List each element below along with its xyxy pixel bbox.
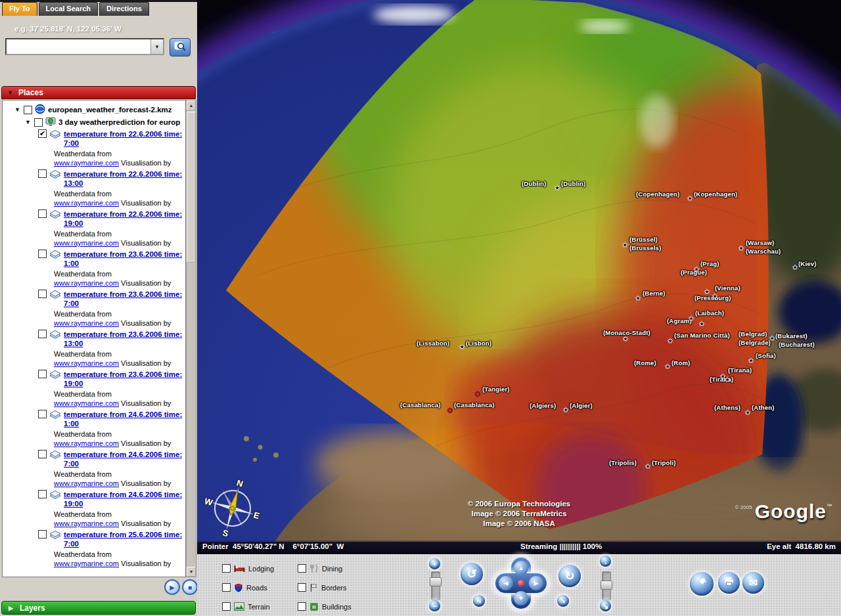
raymarine-link[interactable]: www.raymarine.com — [54, 359, 119, 367]
raymarine-link[interactable]: www.raymarine.com — [54, 199, 119, 207]
raymarine-link[interactable]: www.raymarine.com — [54, 279, 119, 287]
city-label[interactable]: (Lisbon) — [466, 340, 491, 347]
city-label[interactable]: (Brussels) — [629, 244, 661, 252]
place-item[interactable]: temperature from 23.6.2006 time: 1:00 — [5, 250, 185, 268]
raymarine-link[interactable]: www.raymarine.com — [54, 159, 119, 167]
layer-toggle-borders[interactable]: Borders — [298, 583, 383, 592]
layer-toggle-terrain[interactable]: Terrain — [222, 602, 298, 611]
collapse-triangle-icon[interactable]: ▼ — [7, 89, 13, 96]
city-label[interactable]: (Warsaw) — [746, 239, 774, 246]
place-link[interactable]: temperature from 22.6.2006 time: 7:00 — [64, 129, 185, 148]
expand-triangle-icon[interactable]: ▶ — [9, 605, 13, 611]
place-link[interactable]: temperature from 22.6.2006 time: 13:00 — [64, 169, 185, 188]
city-label[interactable]: (Casablanca) — [454, 401, 495, 408]
layer-checkbox[interactable] — [298, 564, 306, 573]
city-star-icon[interactable]: ★ — [725, 377, 730, 383]
places-panel-header[interactable]: ▼ Places — [1, 86, 196, 99]
rotate-ccw-button[interactable]: ↺ — [461, 563, 483, 585]
city-star-icon[interactable]: ★ — [739, 246, 744, 252]
tree-row-kmz-root[interactable]: ▼ european_weather_forecast-2.kmz — [5, 104, 185, 116]
place-item[interactable]: ✔temperature from 22.6.2006 time: 7:00 — [5, 129, 185, 148]
city-star-icon[interactable]: ★ — [704, 289, 710, 295]
raymarine-link[interactable]: www.raymarine.com — [54, 519, 119, 527]
city-star-icon[interactable]: ★ — [459, 344, 465, 350]
places-scrollbar[interactable]: ▲ ▼ — [186, 100, 196, 577]
city-star-icon[interactable]: ★ — [668, 338, 673, 344]
place-item[interactable]: temperature from 24.6.2006 time: 7:00 — [5, 450, 185, 468]
city-label[interactable]: (Bucharest) — [779, 341, 815, 348]
city-label[interactable]: (Brüssel) — [629, 236, 658, 243]
place-link[interactable]: temperature from 25.6.2006 time: 7:00 — [64, 530, 185, 548]
city-label[interactable]: (Bukarest) — [775, 332, 807, 340]
place-link[interactable]: temperature from 24.6.2006 time: 19:00 — [64, 490, 185, 508]
city-label[interactable]: (Warschau) — [746, 248, 781, 255]
scroll-down-icon[interactable]: ▼ — [187, 567, 196, 577]
city-star-icon[interactable]: ★ — [687, 196, 693, 202]
place-item[interactable]: temperature from 24.6.2006 time: 19:00 — [5, 490, 185, 508]
layer-checkbox[interactable] — [298, 583, 306, 592]
city-dot-icon[interactable] — [475, 391, 480, 397]
place-checkbox[interactable] — [38, 530, 47, 539]
tab-fly-to[interactable]: Fly To — [2, 2, 37, 16]
place-checkbox[interactable] — [38, 410, 47, 418]
city-label[interactable]: (Vienna) — [715, 284, 740, 292]
tab-local-search[interactable]: Local Search — [39, 2, 98, 16]
city-label[interactable]: (Kopenhagen) — [694, 190, 737, 198]
place-item[interactable]: temperature from 23.6.2006 time: 19:00 — [5, 370, 185, 388]
city-star-icon[interactable]: ★ — [748, 358, 754, 364]
city-label[interactable]: (San Marino Città) — [674, 332, 730, 339]
city-label[interactable]: (Casablanca) — [400, 401, 441, 408]
north-up-button[interactable]: N — [473, 595, 485, 607]
layer-toggle-lodging[interactable]: Lodging — [222, 564, 298, 573]
add-placemark-button[interactable] — [690, 572, 714, 596]
place-link[interactable]: temperature from 23.6.2006 time: 19:00 — [64, 370, 185, 388]
place-link[interactable]: temperature from 23.6.2006 time: 13:00 — [64, 330, 185, 348]
navigation-dpad[interactable]: ▲ ▼ ◀ ▶ — [494, 556, 548, 610]
city-label[interactable]: (Rom) — [671, 359, 690, 366]
rotate-cw-button[interactable]: ↻ — [558, 565, 581, 587]
city-star-icon[interactable]: ★ — [665, 364, 670, 370]
city-label[interactable]: (Belgrade) — [739, 339, 771, 346]
tilt-down-button[interactable]: ↘ — [600, 600, 611, 611]
place-checkbox[interactable] — [38, 450, 47, 458]
place-item[interactable]: temperature from 22.6.2006 time: 13:00 — [5, 169, 185, 188]
fly-to-input[interactable] — [8, 40, 152, 54]
pan-up-button[interactable]: ▲ — [514, 561, 528, 575]
raymarine-link[interactable]: www.raymarine.com — [54, 479, 119, 487]
globe-view[interactable]: (Dublin)(Dublin)(Copenhagen)(Kopenhagen)… — [197, 0, 841, 542]
scroll-up-icon[interactable]: ▲ — [187, 100, 196, 110]
city-dot-icon[interactable] — [447, 408, 453, 413]
print-button[interactable] — [718, 572, 740, 594]
place-checkbox[interactable] — [38, 490, 47, 498]
place-checkbox[interactable] — [38, 370, 47, 378]
email-button[interactable]: ✉ — [742, 572, 764, 594]
expand-triangle-icon[interactable]: ▼ — [14, 106, 21, 113]
scrollbar-thumb[interactable] — [187, 112, 196, 263]
city-star-icon[interactable]: ★ — [745, 410, 750, 416]
city-star-icon[interactable]: ★ — [563, 407, 568, 413]
city-star-icon[interactable]: ★ — [555, 185, 560, 191]
city-star-icon[interactable]: ★ — [712, 294, 717, 299]
city-star-icon[interactable]: ★ — [792, 265, 798, 271]
place-link[interactable]: temperature from 24.6.2006 time: 1:00 — [64, 410, 185, 428]
root-checkbox[interactable] — [24, 106, 32, 114]
expand-triangle-icon[interactable]: ▼ — [25, 119, 32, 125]
zoom-slider-thumb[interactable] — [430, 577, 442, 586]
layer-toggle-buildings[interactable]: Buildings — [298, 602, 383, 611]
layer-checkbox[interactable] — [298, 602, 306, 611]
city-label[interactable]: (Athen) — [752, 404, 775, 411]
tilt-slider-thumb[interactable] — [601, 581, 612, 590]
city-star-icon[interactable]: ★ — [769, 336, 775, 341]
city-star-icon[interactable]: ★ — [635, 296, 641, 301]
place-link[interactable]: temperature from 22.6.2006 time: 19:00 — [64, 209, 185, 228]
pan-right-button[interactable]: ▶ — [529, 576, 543, 590]
place-checkbox[interactable] — [38, 330, 47, 338]
city-star-icon[interactable]: ★ — [645, 464, 650, 470]
place-item[interactable]: temperature from 22.6.2006 time: 19:00 — [5, 209, 185, 228]
tilt-reset-button[interactable]: ↘ — [557, 595, 569, 607]
place-item[interactable]: temperature from 23.6.2006 time: 7:00 — [5, 290, 185, 308]
dpad-center-dot[interactable] — [518, 580, 524, 586]
combo-dropdown-icon[interactable]: ▼ — [150, 39, 163, 54]
city-label[interactable]: (Belgrad) — [739, 330, 767, 338]
layer-toggle-dining[interactable]: Dining — [298, 564, 383, 573]
